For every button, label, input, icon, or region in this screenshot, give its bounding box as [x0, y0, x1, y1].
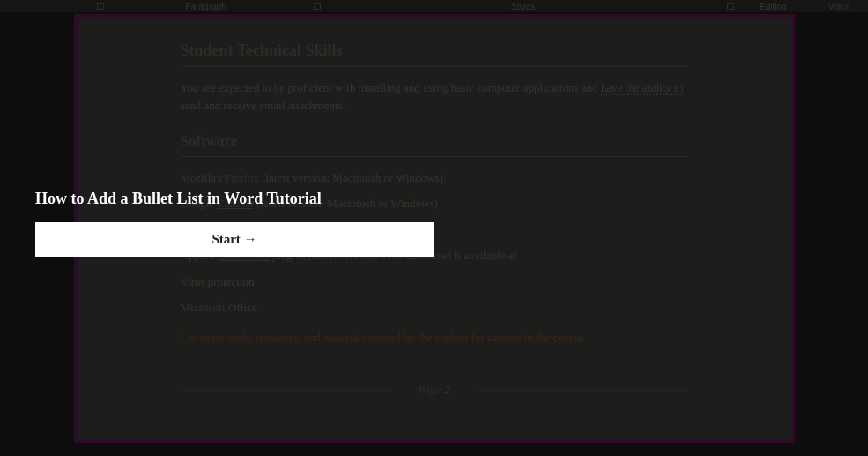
tutorial-callout: How to Add a Bullet List in Word Tutoria… — [35, 190, 434, 257]
heading-software: Software — [181, 130, 688, 157]
link-firefox[interactable]: Firefox — [226, 171, 259, 184]
page-number: Page 2 — [181, 381, 688, 399]
heading-technical-skills: Student Technical Skills — [181, 39, 688, 67]
ribbon-group-voice: Voice — [828, 2, 849, 11]
skills-paragraph: You are expected to be proficient with i… — [181, 79, 688, 114]
ribbon-bar: Paragraph Styles Editing Voice — [0, 0, 868, 12]
text: send and receive email attachments. — [181, 99, 345, 112]
tutorial-title: How to Add a Bullet List in Word Tutoria… — [35, 190, 434, 208]
ribbon-group-paragraph: Paragraph — [185, 2, 226, 11]
ribbon-group-editing: Editing — [760, 2, 787, 11]
editing-launcher-icon[interactable] — [727, 3, 734, 10]
software-line-5: Virus protection — [181, 273, 688, 291]
styles-launcher-icon[interactable] — [314, 3, 321, 10]
text: Mozilla's — [181, 171, 226, 184]
software-line-1: Mozilla's Firefox (latest version; Macin… — [181, 169, 688, 187]
software-line-6: Microsoft Office — [181, 299, 688, 317]
paragraph-launcher-icon[interactable] — [97, 3, 104, 10]
text: You are expected to be proficient with i… — [181, 81, 601, 94]
instruction-note: List other tools, resources, and materia… — [181, 329, 688, 347]
start-button[interactable]: Start → — [35, 222, 434, 257]
text: (latest version; Macintosh or Windows) — [259, 171, 445, 184]
page-number-text: Page 2 — [419, 383, 449, 396]
ribbon-group-styles: Styles — [511, 2, 535, 11]
grammar-underline[interactable]: have the ability to — [601, 81, 684, 95]
